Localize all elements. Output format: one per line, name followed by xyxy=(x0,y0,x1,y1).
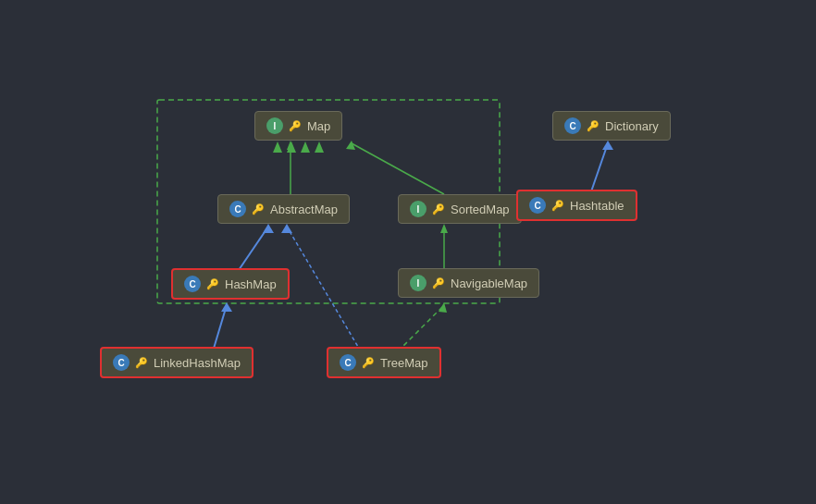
node-treemap[interactable]: C 🔑 TreeMap xyxy=(327,347,441,378)
icon-class-hashmap: C xyxy=(184,276,201,292)
label-hashmap: HashMap xyxy=(225,277,277,291)
node-map[interactable]: I 🔑 Map xyxy=(254,111,342,141)
icon-class-abstractmap: C xyxy=(229,201,246,217)
icon-interface-navigablemap: I xyxy=(410,275,427,291)
key-map: 🔑 xyxy=(289,120,302,132)
key-treemap: 🔑 xyxy=(362,357,375,369)
node-linkedhashmap[interactable]: C 🔑 LinkedHashMap xyxy=(100,347,253,378)
icon-interface-sortedmap: I xyxy=(410,201,427,217)
svg-marker-14 xyxy=(602,141,613,150)
node-dictionary[interactable]: C 🔑 Dictionary xyxy=(552,111,671,141)
svg-line-7 xyxy=(398,305,444,351)
key-hashtable: 🔑 xyxy=(551,200,564,212)
svg-marker-17 xyxy=(301,141,310,153)
svg-line-11 xyxy=(213,305,227,351)
node-hashmap[interactable]: C 🔑 HashMap xyxy=(171,268,290,300)
svg-marker-8 xyxy=(439,302,447,313)
icon-interface-map: I xyxy=(266,117,283,134)
icon-class-dictionary: C xyxy=(564,117,581,134)
svg-marker-10 xyxy=(263,224,274,233)
label-navigablemap: NavigableMap xyxy=(451,277,527,290)
svg-marker-12 xyxy=(221,302,232,312)
label-hashtable: Hashtable xyxy=(570,199,624,213)
svg-marker-2 xyxy=(287,141,294,150)
key-abstractmap: 🔑 xyxy=(252,203,265,215)
label-abstractmap: AbstractMap xyxy=(270,203,338,216)
key-dictionary: 🔑 xyxy=(587,120,600,132)
svg-line-3 xyxy=(352,143,444,194)
label-dictionary: Dictionary xyxy=(605,119,659,133)
svg-marker-20 xyxy=(281,224,292,233)
svg-marker-18 xyxy=(315,141,324,153)
icon-class-linkedhashmap: C xyxy=(113,354,130,371)
svg-line-13 xyxy=(590,143,608,194)
diagram-container: I 🔑 Map C 🔑 Dictionary C 🔑 AbstractMap I… xyxy=(0,0,816,504)
key-sortedmap: 🔑 xyxy=(432,203,445,215)
key-linkedhashmap: 🔑 xyxy=(135,357,148,369)
label-map: Map xyxy=(307,119,330,133)
node-sortedmap[interactable]: I 🔑 SortedMap xyxy=(398,194,522,224)
label-treemap: TreeMap xyxy=(380,356,428,370)
icon-class-hashtable: C xyxy=(529,197,546,214)
node-hashtable[interactable]: C 🔑 Hashtable xyxy=(516,190,637,221)
icon-class-treemap: C xyxy=(340,354,356,371)
key-navigablemap: 🔑 xyxy=(432,277,445,289)
svg-marker-15 xyxy=(273,141,282,153)
key-hashmap: 🔑 xyxy=(206,278,219,290)
svg-marker-16 xyxy=(287,141,296,153)
node-navigablemap[interactable]: I 🔑 NavigableMap xyxy=(398,268,539,298)
svg-line-9 xyxy=(237,227,268,273)
label-sortedmap: SortedMap xyxy=(451,203,510,216)
svg-marker-4 xyxy=(346,141,355,150)
node-abstractmap[interactable]: C 🔑 AbstractMap xyxy=(217,194,350,224)
arrows-svg xyxy=(0,0,816,504)
label-linkedhashmap: LinkedHashMap xyxy=(154,356,241,370)
svg-line-19 xyxy=(287,227,361,351)
svg-marker-6 xyxy=(440,224,448,233)
